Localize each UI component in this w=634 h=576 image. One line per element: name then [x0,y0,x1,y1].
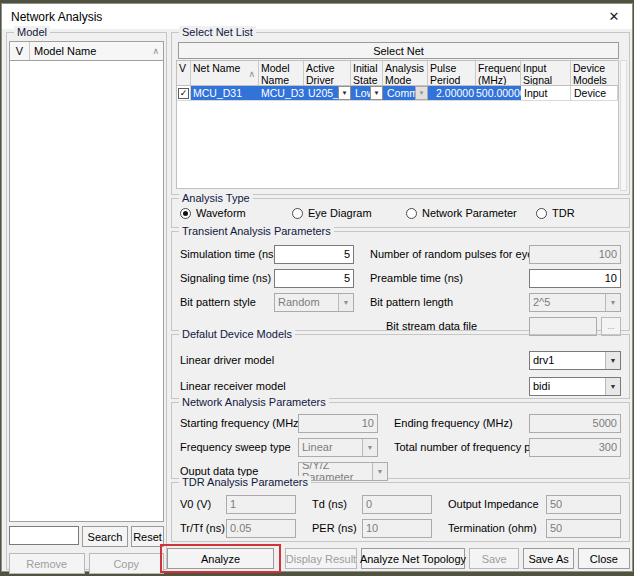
radio-eye-diagram[interactable]: Eye Diagram [292,207,406,219]
end-freq-input [529,414,621,433]
simulation-time-input[interactable] [274,245,354,264]
save-as-button[interactable]: Save As [523,548,573,569]
per-input [362,519,432,538]
tdr-group: TDR Analysis Parameters V0 (V) Td (ns) O… [171,482,630,542]
input-signal-cell[interactable]: Input [521,86,571,100]
radio-icon [406,208,417,219]
dropdown-icon: ▼ [605,294,620,311]
tdr-group-label: TDR Analysis Parameters [179,476,311,488]
col-net-name[interactable]: Net Name∧ [191,61,259,85]
transient-group: Transient Analysis Parameters Simulation… [171,231,630,331]
col-check[interactable]: V [177,61,191,85]
radio-waveform[interactable]: Waveform [180,207,292,219]
save-button: Save [469,548,519,569]
model-list-header[interactable]: V Model Name ∧ [9,41,164,61]
sweep-type-combo: Linear▼ [298,438,378,457]
default-models-label: Defalut Device Models [179,328,295,340]
dropdown-icon[interactable]: ▼ [370,86,383,100]
v0-label: V0 (V) [180,498,226,510]
display-result-button: Display Result [285,548,357,569]
col-model-name[interactable]: Model Name [259,61,304,85]
random-pulses-input [529,245,621,264]
analysis-mode-cell[interactable]: Comm ▼ [383,86,428,100]
row-checkbox-cell[interactable]: ✓ [177,86,191,100]
termination-label: Termination (ohm) [448,522,546,534]
radio-tdr[interactable]: TDR [536,207,575,219]
net-table-scrollbar[interactable] [620,60,627,191]
model-name-column-header[interactable]: Model Name ∧ [30,45,163,57]
net-name-cell[interactable]: MCU_D31 [191,86,259,100]
model-search-input[interactable] [9,526,79,545]
select-net-list-group: Select Net List Select Net V Net Name∧ M… [171,32,630,195]
net-table-row[interactable]: ✓ MCU_D31 MCU_D31 U205_ ▼ Low ▼ Comm ▼ [176,86,619,101]
frequency-cell[interactable]: 500.00000 [476,86,521,100]
linear-driver-label: Linear driver model [180,354,529,366]
checkbox-checked-icon[interactable]: ✓ [178,88,189,99]
model-list[interactable] [9,61,164,522]
simulation-time-label: Simulation time (ns) [180,248,274,260]
network-analysis-dialog: Network Analysis ✕ Model V Model Name ∧ … [1,3,633,572]
select-net-list-label: Select Net List [179,26,256,38]
transient-group-label: Transient Analysis Parameters [179,225,334,237]
device-models-cell[interactable]: Device [571,86,618,100]
dropdown-icon[interactable]: ▼ [605,378,620,395]
model-check-column-header[interactable]: V [10,42,30,60]
network-params-group: Network Analysis Parameters Starting fre… [171,402,630,479]
select-net-button[interactable]: Select Net [178,42,619,59]
col-input-signal[interactable]: Input Signal [521,61,571,85]
sort-asc-icon: ∧ [248,68,255,85]
linear-driver-combo[interactable]: drv1▼ [529,351,621,370]
action-bar: Analyze Display Result Analyze Net Topol… [171,544,630,573]
termination-input [546,519,621,538]
window-title: Network Analysis [11,10,102,24]
v0-input [226,495,296,514]
analyze-button[interactable]: Analyze [167,548,274,569]
col-device-models[interactable]: Device Models [571,61,618,85]
col-frequency[interactable]: Frequency (MHz) [476,61,521,85]
model-group: Model V Model Name ∧ Search Reset Remove… [6,32,167,570]
active-driver-pin-cell[interactable]: U205_ ▼ [304,86,351,100]
remove-button: Remove [9,553,85,574]
random-pulses-label: Number of random pulses for eye [370,248,529,260]
dropdown-icon[interactable]: ▼ [605,352,620,369]
sweep-type-label: Frequency sweep type [180,441,298,453]
analysis-type-label: Analysis Type [179,192,253,204]
linear-receiver-combo[interactable]: bidi▼ [529,377,621,396]
dropdown-icon: ▼ [338,294,353,311]
col-active-driver-pin[interactable]: Active Driver Pin [304,61,351,85]
td-input [362,495,432,514]
model-name-cell[interactable]: MCU_D31 [259,86,304,100]
per-label: PER (ns) [312,522,362,534]
td-label: Td (ns) [312,498,362,510]
bit-pattern-style-label: Bit pattern style [180,296,274,308]
bit-stream-file-label: Bit stream data file [386,320,529,332]
signaling-time-label: Signaling time (ns) [180,272,274,284]
start-freq-input [298,414,378,433]
dropdown-icon[interactable]: ▼ [338,86,351,100]
radio-icon [536,208,547,219]
output-impedance-input [546,495,621,514]
col-pulse-period[interactable]: Pulse Period [428,61,476,85]
analyze-net-topology-button[interactable]: Analyze Net Topology [361,548,465,569]
net-table-header: V Net Name∧ Model Name Active Driver Pin… [176,60,619,86]
col-analysis-mode[interactable]: Analysis Mode [383,61,428,85]
pulse-period-cell[interactable]: 2.00000 [428,86,476,100]
num-points-label: Total number of frequency points [394,441,529,453]
dropdown-icon: ▼ [372,463,387,480]
preamble-time-input[interactable] [529,269,621,288]
col-initial-state[interactable]: Initial State [351,61,383,85]
radio-icon [180,208,191,219]
search-button[interactable]: Search [82,526,128,547]
radio-network-parameter[interactable]: Network Parameter [406,207,536,219]
network-params-label: Network Analysis Parameters [179,396,329,408]
trtf-input [226,519,296,538]
initial-state-cell[interactable]: Low ▼ [351,86,383,100]
dropdown-icon: ▼ [362,439,377,456]
output-type-combo: S/Y/Z Parameter▼ [298,462,388,481]
bit-stream-file-input [529,317,597,336]
net-table: V Net Name∧ Model Name Active Driver Pin… [176,60,619,189]
close-icon[interactable]: ✕ [596,4,632,29]
net-table-empty-area [176,101,619,189]
close-button[interactable]: Close [578,548,630,569]
signaling-time-input[interactable] [274,269,354,288]
